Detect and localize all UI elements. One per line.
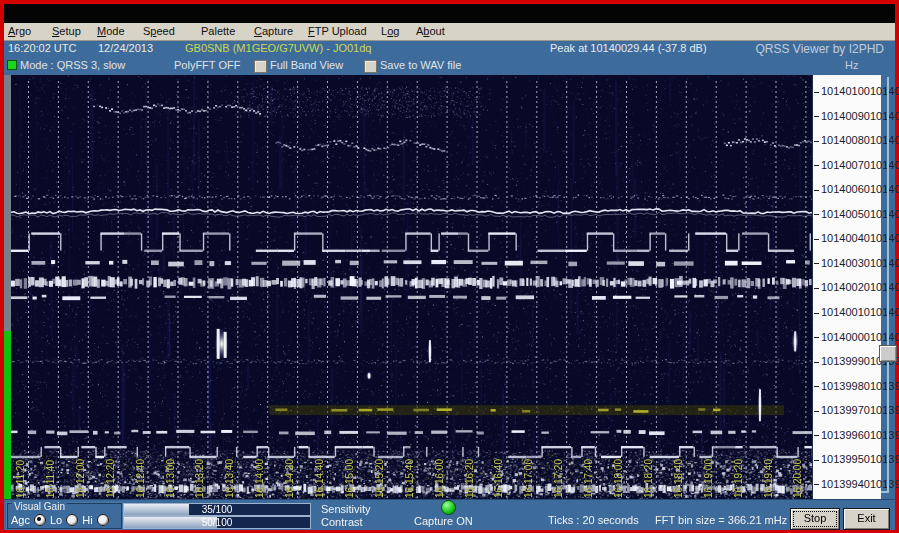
time-tick-label: 16:11:20 xyxy=(15,460,26,498)
visual-gain-option-label: Agc xyxy=(11,514,30,526)
freq-tick-label: 1014008010140080 xyxy=(814,134,882,146)
freq-tick-label: 1014000010140000 xyxy=(814,331,882,343)
title-bar xyxy=(4,4,895,23)
capture-status-label: Capture ON xyxy=(414,515,473,527)
time-tick-label: 16:12:20 xyxy=(105,459,116,498)
radio-lo[interactable] xyxy=(66,514,78,526)
freq-tick-label: 1013994010139940 xyxy=(814,478,882,490)
save-wav-label: Save to WAV file xyxy=(380,59,461,71)
argo-window: ArgoSetupModeSpeedPaletteCaptureFTP Uplo… xyxy=(4,4,895,529)
contrast-slider[interactable]: 50/100 xyxy=(123,516,311,529)
visual-gain-option-label: Lo xyxy=(50,514,62,526)
sensitivity-value: 35/100 xyxy=(124,504,310,515)
menu-bar: ArgoSetupModeSpeedPaletteCaptureFTP Uplo… xyxy=(4,23,895,41)
hz-unit-label: Hz xyxy=(845,59,858,71)
radio-hi[interactable] xyxy=(97,514,109,526)
time-tick-label: 16:15:20 xyxy=(374,459,385,498)
visual-gain-title: Visual Gain xyxy=(12,502,67,512)
time-tick-label: 16:12:00 xyxy=(75,459,86,498)
time-tick-label: 16:13:40 xyxy=(224,459,235,498)
mode-label: Mode : QRSS 3, slow xyxy=(20,59,125,71)
time-tick-label: 16:18:40 xyxy=(673,459,684,498)
station-callsign: GB0SNB (M1GEO/G7UVW) - JO01dq xyxy=(185,42,371,54)
frequency-scale: 1014010010140100101400901014009010140080… xyxy=(812,75,881,499)
run-indicator xyxy=(7,60,17,70)
freq-tick-label: 1014009010140090 xyxy=(814,110,882,122)
stop-button[interactable]: Stop xyxy=(790,508,840,530)
time-tick-label: 16:17:40 xyxy=(583,459,594,498)
menu-item-capture[interactable]: Capture xyxy=(254,25,293,37)
peak-readout: Peak at 10140029.44 (-37.8 dB) xyxy=(550,42,707,54)
sensitivity-label: Sensitivity xyxy=(321,503,371,515)
time-tick-label: 16:13:00 xyxy=(165,459,176,498)
time-tick-label: 16:14:20 xyxy=(284,459,295,498)
sensitivity-slider[interactable]: 35/100 xyxy=(123,503,311,516)
freq-tick-label: 1014001010140010 xyxy=(814,306,882,318)
full-band-view-label: Full Band View xyxy=(270,59,343,71)
time-tick-label: 16:16:40 xyxy=(493,459,504,498)
time-tick-label: 16:19:00 xyxy=(703,459,714,498)
save-wav-checkbox[interactable] xyxy=(364,60,377,73)
time-tick-label: 16:11:40 xyxy=(45,460,56,498)
contrast-value: 50/100 xyxy=(124,517,310,528)
freq-tick-label: 1014003010140030 xyxy=(814,257,882,269)
full-band-view-checkbox[interactable] xyxy=(254,60,267,73)
time-tick-label: 16:13:20 xyxy=(194,459,205,498)
frequency-scrollbar-thumb[interactable] xyxy=(879,345,897,362)
status-bar: Mode : QRSS 3, slow PolyFFT OFF Full Ban… xyxy=(4,57,895,75)
radio-agc[interactable] xyxy=(34,514,46,526)
app-title: QRSS Viewer by I2PHD xyxy=(756,42,885,56)
time-tick-label: 16:19:40 xyxy=(763,459,774,498)
time-tick-label: 16:16:20 xyxy=(464,459,475,498)
freq-tick-label: 1014005010140050 xyxy=(814,208,882,220)
freq-tick-label: 1013996010139960 xyxy=(814,429,882,441)
time-tick-label: 16:15:00 xyxy=(344,459,355,498)
freq-tick-label: 1014004010140040 xyxy=(814,232,882,244)
utc-time: 16:20:02 UTC xyxy=(8,42,76,54)
visual-gain-option-label: Hi xyxy=(82,514,92,526)
freq-tick-label: 1014007010140070 xyxy=(814,159,882,171)
menu-item-about[interactable]: About xyxy=(416,25,445,37)
time-tick-label: 16:17:00 xyxy=(523,459,534,498)
time-tick-label: 16:12:40 xyxy=(135,459,146,498)
freq-tick-label: 1014002010140020 xyxy=(814,281,882,293)
time-tick-label: 16:14:40 xyxy=(314,459,325,498)
menu-item-log[interactable]: Log xyxy=(381,25,399,37)
freq-tick-label: 1013998010139980 xyxy=(814,380,882,392)
menu-item-setup[interactable]: Setup xyxy=(52,25,81,37)
freq-tick-label: 1013999010139990 xyxy=(814,355,882,367)
freq-tick-label: 1014010010140100 xyxy=(814,85,882,97)
menu-item-mode[interactable]: Mode xyxy=(97,25,125,37)
time-tick-label: 16:20:00 xyxy=(792,459,803,498)
fft-bin-readout: FFT bin size = 366.21 mHz xyxy=(655,514,787,526)
control-panel: Visual Gain AgcLoHi 35/100 50/100 Sensit… xyxy=(4,499,895,530)
ticks-readout: Ticks : 20 seconds xyxy=(548,514,639,526)
visual-gain-groupbox: Visual Gain AgcLoHi xyxy=(7,503,122,529)
exit-button[interactable]: Exit xyxy=(843,508,890,530)
contrast-label: Contrast xyxy=(321,516,363,528)
app-frame: ArgoSetupModeSpeedPaletteCaptureFTP Uplo… xyxy=(0,0,899,533)
frequency-scrollbar-cap xyxy=(881,491,889,493)
freq-tick-label: 1013997010139970 xyxy=(814,404,882,416)
waterfall-display[interactable]: 16:11:2016:11:4016:12:0016:12:2016:12:40… xyxy=(11,75,812,499)
freq-tick-label: 1013995010139950 xyxy=(814,453,882,465)
menu-item-palette[interactable]: Palette xyxy=(201,25,235,37)
time-tick-label: 16:19:20 xyxy=(733,459,744,498)
menu-item-speed[interactable]: Speed xyxy=(143,25,175,37)
capture-led xyxy=(441,500,456,515)
waterfall-canvas[interactable] xyxy=(11,75,812,499)
time-tick-label: 16:16:00 xyxy=(434,459,445,498)
menu-item-argo[interactable]: Argo xyxy=(8,25,31,37)
time-tick-label: 16:14:00 xyxy=(254,459,265,498)
date: 12/24/2013 xyxy=(98,42,153,54)
time-tick-label: 16:18:20 xyxy=(643,459,654,498)
time-tick-label: 16:15:40 xyxy=(404,459,415,498)
polyfft-label[interactable]: PolyFFT OFF xyxy=(174,59,240,71)
time-tick-label: 16:17:20 xyxy=(553,459,564,498)
menu-item-ftp-upload[interactable]: FTP Upload xyxy=(308,25,367,37)
freq-tick-label: 1014006010140060 xyxy=(814,183,882,195)
info-bar: 16:20:02 UTC 12/24/2013 GB0SNB (M1GEO/G7… xyxy=(4,41,895,57)
frequency-scrollbar-track[interactable] xyxy=(887,77,889,493)
time-tick-label: 16:18:00 xyxy=(613,459,624,498)
main-area: 16:11:2016:11:4016:12:0016:12:2016:12:40… xyxy=(4,75,895,499)
